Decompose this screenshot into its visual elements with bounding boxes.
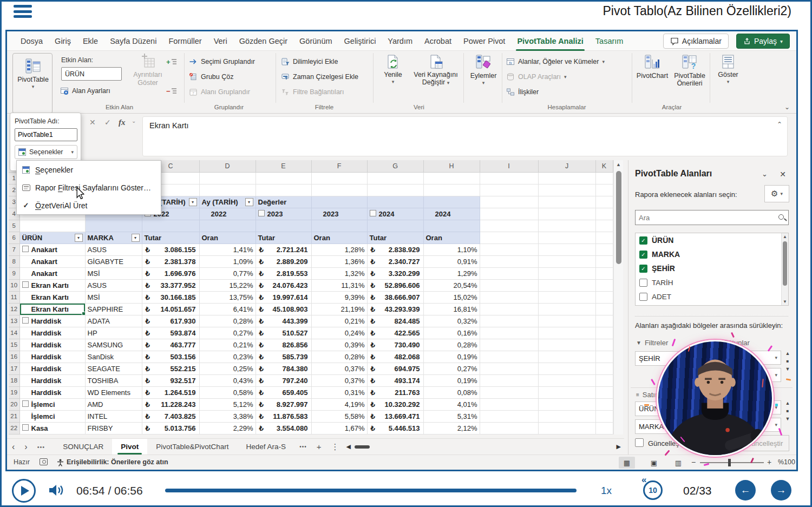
- percent-cell[interactable]: 4,19%: [311, 398, 367, 410]
- ribbon-tab-tasar-m[interactable]: Tasarım: [590, 31, 630, 51]
- row-header-11[interactable]: 11: [9, 291, 19, 303]
- zoom-slider-thumb[interactable]: [728, 459, 731, 466]
- ribbon-tab-geli-tirici[interactable]: Geliştirici: [338, 31, 382, 51]
- amount-cell[interactable]: ₺10.320.292: [367, 398, 423, 410]
- refresh-button[interactable]: Yenile ▾: [378, 54, 408, 83]
- field-checkbox[interactable]: [639, 293, 647, 301]
- percent-cell[interactable]: 0,37%: [311, 363, 367, 374]
- filter-dropdown-icon[interactable]: ▾: [245, 198, 253, 206]
- amount-cell[interactable]: ₺694.975: [367, 363, 423, 374]
- amount-cell[interactable]: ₺784.380: [256, 363, 311, 374]
- amount-cell[interactable]: ₺585.739: [256, 351, 311, 363]
- amount-cell[interactable]: ₺5.446.513: [367, 422, 423, 434]
- product-cell[interactable]: Anakart: [19, 243, 85, 255]
- field-item-adet[interactable]: ADET: [636, 289, 788, 304]
- product-cell[interactable]: Harddisk: [19, 339, 85, 351]
- field-checkbox[interactable]: [639, 279, 647, 287]
- percent-cell[interactable]: 21,19%: [311, 303, 367, 315]
- amount-cell[interactable]: ₺2.889.209: [256, 255, 311, 267]
- field-search-input[interactable]: [639, 210, 774, 225]
- change-data-source-button[interactable]: Veri KaynağınıDeğiştir ▾: [410, 54, 462, 86]
- percent-cell[interactable]: 0,28%: [423, 339, 480, 351]
- move-up-icon[interactable]: ▲: [784, 400, 791, 406]
- cancel-icon[interactable]: ✕: [89, 118, 96, 127]
- pivottable-big-button[interactable]: PivotTable ▾: [12, 53, 53, 114]
- amount-cell[interactable]: ₺593.874: [142, 327, 199, 339]
- ribbon-tab-g-r-n-m[interactable]: Görünüm: [293, 31, 338, 51]
- amount-cell[interactable]: ₺482.068: [367, 351, 423, 363]
- amount-cell[interactable]: ₺19.997.614: [256, 291, 311, 303]
- pivotchart-button[interactable]: PivotChart: [635, 54, 670, 80]
- actions-button[interactable]: Eylemler ▾: [467, 54, 500, 84]
- amount-cell[interactable]: ₺503.156: [142, 351, 199, 363]
- percent-cell[interactable]: 0,28%: [311, 351, 367, 363]
- ribbon-tab-ekle[interactable]: Ekle: [77, 31, 104, 51]
- move-up-icon[interactable]: ▲: [784, 351, 791, 356]
- menu-item-rapor-filtresi-sayfalar-n-g-st[interactable]: Rapor Filtresi Sayfalarını Göster…: [17, 179, 161, 196]
- share-button[interactable]: Paylaş ▾: [736, 34, 790, 49]
- pivot-year-col[interactable]: 2024: [423, 208, 480, 220]
- product-cell[interactable]: Anakart: [19, 267, 85, 279]
- product-cell[interactable]: Harddisk: [19, 374, 85, 386]
- amount-cell[interactable]: ₺11.876.583: [256, 410, 311, 422]
- percent-cell[interactable]: 1,10%: [423, 243, 480, 255]
- zoom-out-icon[interactable]: −: [691, 458, 696, 466]
- sheet-tab-pivot[interactable]: Pivot: [112, 439, 147, 455]
- amount-cell[interactable]: ₺30.166.185: [142, 291, 199, 303]
- normal-view-icon[interactable]: ▦: [619, 457, 635, 469]
- expand-icon[interactable]: [370, 210, 376, 216]
- options-button[interactable]: Seçenekler ▾: [15, 145, 77, 159]
- collapse-ribbon-icon[interactable]: ⌄: [784, 103, 790, 111]
- next-button[interactable]: →: [771, 480, 791, 501]
- brand-cell[interactable]: SanDisk: [85, 351, 142, 363]
- sheet-nav-left-icon[interactable]: ‹: [7, 442, 19, 452]
- selected-cell[interactable]: Ekran Kartı: [19, 303, 85, 315]
- pivot-values-header[interactable]: Değerler: [256, 196, 311, 208]
- volume-icon[interactable]: [48, 483, 64, 498]
- row-header-12[interactable]: 12: [9, 303, 19, 315]
- move-down-icon[interactable]: ▼: [784, 416, 791, 422]
- amount-cell[interactable]: ₺493.174: [367, 374, 423, 386]
- amount-cell[interactable]: ₺617.930: [142, 315, 199, 327]
- amount-cell[interactable]: ₺38.666.907: [367, 291, 423, 303]
- percent-cell[interactable]: 11,31%: [311, 279, 367, 291]
- pivottable-name-input[interactable]: [15, 128, 77, 141]
- amount-cell[interactable]: ₺8.927.997: [256, 398, 311, 410]
- amount-cell[interactable]: ₺24.076.423: [256, 279, 311, 291]
- percent-cell[interactable]: 0,27%: [423, 363, 480, 374]
- amount-cell[interactable]: ₺463.777: [142, 339, 199, 351]
- amount-cell[interactable]: ₺1.264.519: [142, 386, 199, 398]
- row-header-5[interactable]: 5: [9, 220, 19, 232]
- page-break-view-icon[interactable]: ▥: [670, 457, 686, 469]
- show-button[interactable]: Göster ▾: [714, 54, 742, 83]
- percent-cell[interactable]: 1,29%: [423, 267, 480, 279]
- percent-cell[interactable]: 0,27%: [199, 327, 256, 339]
- amount-cell[interactable]: ₺824.485: [367, 315, 423, 327]
- percent-cell[interactable]: 0,19%: [423, 374, 480, 386]
- play-button[interactable]: [12, 479, 36, 503]
- percent-cell[interactable]: 0,91%: [423, 255, 480, 267]
- row-header-22[interactable]: 22: [9, 422, 19, 434]
- percent-cell[interactable]: 0,19%: [423, 351, 480, 363]
- amount-cell[interactable]: ₺826.856: [256, 339, 311, 351]
- brand-cell[interactable]: WD Elements: [85, 386, 142, 398]
- ribbon-tab-form-ller[interactable]: Formüller: [162, 31, 207, 51]
- expand-icon[interactable]: [258, 210, 265, 216]
- row-header-6[interactable]: 6: [9, 232, 19, 243]
- row-header-20[interactable]: 20: [9, 398, 19, 410]
- product-cell[interactable]: Ekran Kartı: [19, 279, 85, 291]
- percent-cell[interactable]: 0,24%: [311, 327, 367, 339]
- brand-cell[interactable]: ASUS: [85, 243, 142, 255]
- add-sheet-icon[interactable]: +: [312, 442, 326, 451]
- field-checkbox[interactable]: ✓: [639, 236, 647, 245]
- group-selection-button[interactable]: Seçimi Gruplandır: [189, 55, 255, 68]
- brand-cell[interactable]: TOSHIBA: [85, 374, 142, 386]
- row-header-18[interactable]: 18: [9, 374, 19, 386]
- brand-cell[interactable]: MSİ: [85, 291, 142, 303]
- expand-field-icon[interactable]: +: [166, 55, 177, 68]
- sheet-nav-right-icon[interactable]: ›: [19, 442, 32, 452]
- percent-cell[interactable]: 4,01%: [423, 398, 480, 410]
- active-field-input[interactable]: [61, 67, 122, 81]
- formula-bar[interactable]: Ekran Kartı ⌃: [142, 116, 788, 156]
- pivot-year-col[interactable]: 2022: [199, 208, 256, 220]
